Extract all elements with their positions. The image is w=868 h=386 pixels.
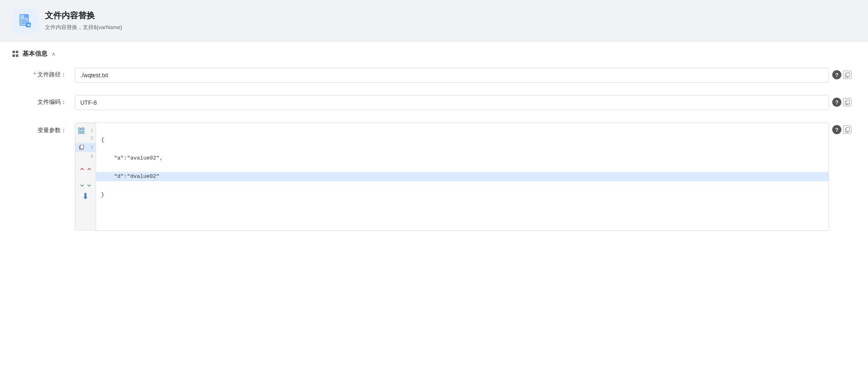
move-down-button[interactable]: ⌄⌄ (79, 179, 93, 188)
file-path-label: 文件路径： (17, 68, 75, 79)
svg-rect-18 (846, 128, 849, 131)
file-encoding-help-button[interactable]: ? (832, 98, 841, 107)
variable-params-actions: ? (832, 123, 851, 134)
file-encoding-copy-button[interactable] (843, 98, 851, 106)
file-path-field: ? (75, 68, 851, 83)
copy-icon-2 (845, 100, 850, 105)
code-editor: 1 2 3 4 (75, 123, 829, 231)
code-line-3: "d":"dvalue02" (96, 172, 828, 181)
variable-params-copy-button[interactable] (843, 125, 851, 134)
code-line-1: { (101, 135, 823, 145)
variable-params-help-button[interactable]: ? (832, 125, 841, 134)
svg-rect-8 (846, 73, 849, 76)
line-num-2: 2 (86, 134, 93, 143)
file-encoding-input[interactable] (75, 95, 829, 110)
file-encoding-actions: ? (832, 95, 851, 107)
section-header-basic-info[interactable]: 基本信息 ∧ (12, 50, 856, 58)
line-num-3: 3 (86, 143, 93, 152)
code-line-2: "a":"avalue02", (101, 154, 823, 163)
app-icon: ✎ (12, 8, 37, 33)
file-path-copy-button[interactable] (843, 71, 851, 79)
svg-rect-11 (79, 128, 81, 130)
svg-text:✎: ✎ (27, 23, 30, 27)
file-encoding-field: ? (75, 95, 851, 110)
file-path-help-button[interactable]: ? (832, 70, 841, 79)
copy-icon-3[interactable] (79, 145, 85, 150)
svg-rect-14 (82, 131, 84, 133)
grid-icon (12, 51, 19, 57)
svg-rect-16 (80, 145, 84, 149)
svg-rect-13 (79, 131, 81, 133)
import-button[interactable]: ⬇ (82, 192, 89, 200)
page-title: 文件内容替换 (45, 10, 122, 21)
variable-params-field: 1 2 3 4 (75, 123, 851, 231)
variable-params-label: 变量参数： (17, 123, 75, 134)
svg-rect-10 (846, 100, 849, 104)
variable-params-row: 变量参数： 1 (12, 123, 856, 231)
code-textarea[interactable]: { "a":"avalue02", "d":"dvalue02" } (96, 123, 828, 230)
page-header: ✎ 文件内容替换 文件内容替换，支持${varName} (0, 0, 868, 42)
move-up-button[interactable]: ⌃⌃ (79, 167, 93, 175)
main-section: 基本信息 ∧ 文件路径： ? 文件编码： ? (0, 42, 868, 251)
section-title: 基本信息 (22, 50, 47, 58)
svg-rect-12 (82, 128, 84, 130)
collapse-icon: ∧ (52, 51, 55, 57)
page-subtitle: 文件内容替换，支持${varName} (45, 24, 122, 31)
file-encoding-label: 文件编码： (17, 95, 75, 106)
file-icon-svg: ✎ (17, 13, 32, 28)
copy-icon (845, 72, 850, 78)
line-num-4: 4 (86, 152, 93, 161)
header-text-block: 文件内容替换 文件内容替换，支持${varName} (45, 10, 122, 31)
file-path-input[interactable] (75, 68, 829, 83)
file-encoding-row: 文件编码： ? (12, 95, 856, 110)
file-path-actions: ? (832, 68, 851, 79)
file-path-row: 文件路径： ? (12, 68, 856, 83)
copy-icon-4 (845, 127, 850, 133)
code-gutter: 1 2 3 4 (75, 123, 96, 230)
code-line-4: } (101, 190, 823, 199)
frame-select-icon[interactable] (78, 128, 85, 134)
